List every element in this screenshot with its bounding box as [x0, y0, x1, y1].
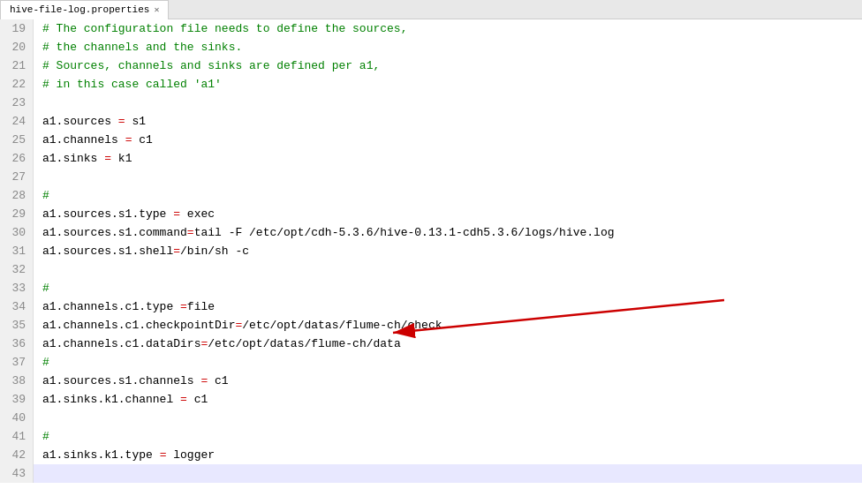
code-segment: # the channels and the sinks. [42, 41, 242, 54]
line-content: a1.channels = c1 [34, 131, 153, 149]
code-segment: s1 [132, 115, 146, 128]
code-segment: a1.channels.c1.type [42, 300, 173, 313]
code-line: 20# the channels and the sinks. [0, 38, 862, 56]
code-segment: c1 [194, 393, 208, 406]
line-number: 19 [0, 19, 34, 38]
line-number: 40 [0, 409, 34, 427]
code-segment: # Sources, channels and sinks are define… [42, 59, 380, 72]
line-content [34, 168, 49, 186]
code-segment: = [111, 115, 132, 128]
code-segment: c1 [215, 374, 229, 387]
code-segment: a1.sources [42, 115, 111, 128]
line-content: a1.channels.c1.checkpointDir=/etc/opt/da… [34, 316, 442, 335]
code-segment: /etc/opt/datas/flume-ch/check [242, 319, 442, 332]
line-content: a1.sources.s1.shell=/bin/sh -c [34, 242, 249, 260]
line-content: # [34, 279, 49, 297]
line-content: # [34, 186, 49, 205]
code-line: 35a1.channels.c1.checkpointDir=/etc/opt/… [0, 316, 862, 335]
code-segment: = [97, 152, 117, 165]
line-number: 37 [0, 353, 34, 372]
code-line: 36a1.channels.c1.dataDirs=/etc/opt/datas… [0, 335, 862, 353]
code-segment: a1.sources.s1.command [42, 226, 187, 239]
code-line: 37# [0, 353, 862, 372]
code-segment: tail -F /etc/opt/cdh-5.3.6/hive-0.13.1-c… [194, 226, 615, 239]
line-number: 29 [0, 205, 34, 223]
code-line: 21# Sources, channels and sinks are defi… [0, 56, 862, 75]
code-segment: = [173, 300, 187, 313]
line-number: 33 [0, 279, 34, 297]
tab-hive-file-log[interactable]: hive-file-log.properties ✕ [0, 0, 169, 19]
code-segment: c1 [139, 133, 153, 147]
code-segment: = [173, 244, 180, 258]
line-number: 25 [0, 131, 34, 149]
code-segment: a1.sources.s1.shell [42, 244, 173, 258]
code-segment: # [42, 430, 49, 443]
code-segment: = [173, 393, 193, 406]
code-segment: a1.sources.s1.type [42, 207, 166, 221]
code-line: 24a1.sources = s1 [0, 112, 862, 131]
close-icon[interactable]: ✕ [154, 4, 159, 15]
line-content: a1.sources.s1.type = exec [34, 205, 215, 223]
code-segment: # [42, 282, 49, 295]
code-segment: a1.sinks [42, 152, 97, 165]
line-content: a1.sinks = k1 [34, 149, 132, 168]
code-segment: # The configuration file needs to define… [42, 22, 407, 35]
line-content: a1.channels.c1.type =file [34, 297, 215, 316]
line-content [34, 94, 49, 112]
line-number: 31 [0, 242, 34, 260]
code-segment: = [118, 133, 139, 147]
line-content: a1.sinks.k1.channel = c1 [34, 390, 208, 409]
editor: 19# The configuration file needs to defi… [0, 19, 862, 504]
code-line: 33# [0, 279, 862, 297]
line-content: a1.sources.s1.command=tail -F /etc/opt/c… [34, 223, 615, 242]
code-line: 43 [0, 464, 862, 483]
line-content: a1.sources.s1.channels = c1 [34, 372, 229, 390]
code-line: 41# [0, 427, 862, 446]
code-segment: a1.sinks.k1.channel [42, 393, 173, 406]
code-segment: # in this case called 'a1' [42, 78, 222, 91]
tab-label: hive-file-log.properties [10, 4, 149, 15]
code-line: 34a1.channels.c1.type =file [0, 297, 862, 316]
code-segment: logger [173, 448, 215, 462]
code-line: 38a1.sources.s1.channels = c1 [0, 372, 862, 390]
line-content [34, 464, 49, 483]
line-content: # The configuration file needs to define… [34, 19, 407, 38]
code-segment: /etc/opt/datas/flume-ch/data [208, 337, 400, 350]
line-number: 26 [0, 149, 34, 168]
line-number: 20 [0, 38, 34, 56]
code-line: 23 [0, 94, 862, 112]
code-segment: a1.channels [42, 133, 118, 147]
code-line: 22# in this case called 'a1' [0, 75, 862, 94]
code-line: 32 [0, 260, 862, 279]
code-line: 31a1.sources.s1.shell=/bin/sh -c [0, 242, 862, 260]
code-segment: # [42, 356, 49, 369]
line-number: 32 [0, 260, 34, 279]
line-number: 38 [0, 372, 34, 390]
code-line: 39a1.sinks.k1.channel = c1 [0, 390, 862, 409]
line-content [34, 409, 49, 427]
line-content: # in this case called 'a1' [34, 75, 222, 94]
code-segment: = [187, 226, 194, 239]
line-number: 24 [0, 112, 34, 131]
line-content: # [34, 427, 49, 446]
line-content: a1.sinks.k1.type = logger [34, 446, 215, 464]
code-segment: = [166, 207, 186, 221]
line-content: # Sources, channels and sinks are define… [34, 56, 380, 75]
line-number: 28 [0, 186, 34, 205]
line-number: 42 [0, 446, 34, 464]
code-segment: exec [187, 207, 215, 221]
code-segment: = [153, 448, 173, 462]
line-number: 34 [0, 297, 34, 316]
code-line: 42a1.sinks.k1.type = logger [0, 446, 862, 464]
line-content: a1.channels.c1.dataDirs=/etc/opt/datas/f… [34, 335, 401, 353]
line-number: 22 [0, 75, 34, 94]
code-segment: file [187, 300, 215, 313]
line-number: 35 [0, 316, 34, 335]
line-number: 36 [0, 335, 34, 353]
code-segment: = [194, 374, 215, 387]
code-line: 40 [0, 409, 862, 427]
tab-bar: hive-file-log.properties ✕ [0, 0, 862, 19]
code-line: 26a1.sinks = k1 [0, 149, 862, 168]
code-segment: /bin/sh -c [180, 244, 249, 258]
code-line: 19# The configuration file needs to defi… [0, 19, 862, 38]
